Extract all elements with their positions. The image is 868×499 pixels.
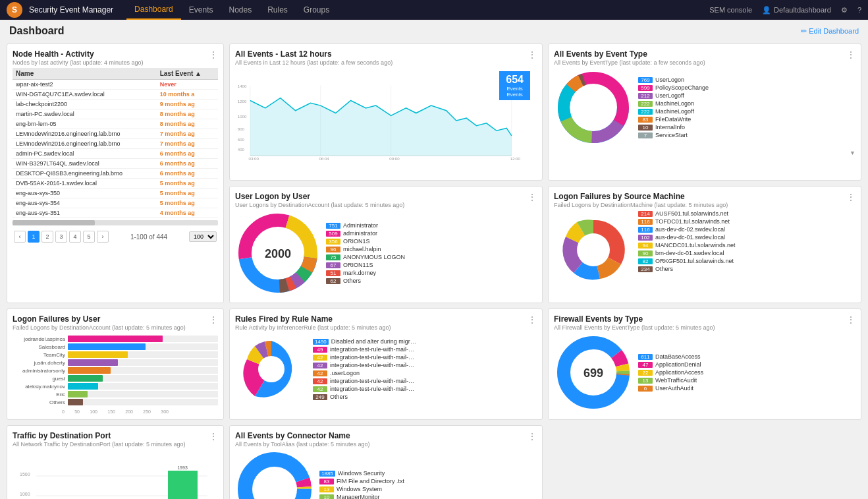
legend-item: 356 ORION1S: [326, 238, 537, 245]
legend-item: 102 aus-dev-dc-01.swdev.local: [638, 234, 855, 241]
page-header: Dashboard ✏ Edit Dashboard: [0, 20, 868, 40]
events-type-menu[interactable]: ⋮: [846, 49, 855, 60]
legend-label: Others: [330, 394, 348, 400]
logon-user-header: Logon Failures by User Failed Logons by …: [13, 314, 218, 331]
node-name: eng-brn-lem-05: [13, 119, 157, 129]
user-logon-title: User Logon by User: [235, 192, 404, 201]
page-4-btn[interactable]: 4: [69, 231, 81, 243]
legend-item: 10 InternalInfo: [638, 124, 855, 131]
legend-item: 1885 Windows Security: [319, 470, 537, 477]
edit-dashboard-btn[interactable]: ✏ Edit Dashboard: [801, 27, 859, 36]
nav-events[interactable]: Events: [181, 0, 221, 20]
legend-item: 13 Windows System: [319, 486, 537, 492]
legend-item: 1490 Disabled and alter during migrat...: [313, 338, 537, 345]
help-icon[interactable]: ?: [857, 6, 861, 14]
bar-track: [68, 336, 218, 342]
app-title: Security Event Manager: [29, 5, 113, 15]
user-logon-chart: 2000 751 Administrator 509 administrator…: [235, 210, 537, 297]
legend-item: 116 aus-dev-dc-02.swdev.local: [638, 226, 855, 233]
legend-count: 13: [638, 378, 653, 384]
legend-count: 75: [326, 254, 340, 260]
bar-fill: [68, 399, 83, 405]
node-name: WIN-DGT4QU7C1EA.swdev.local: [13, 90, 157, 100]
bar-track: [68, 343, 218, 350]
table-row: eng-aus-sys-350 5 months ag: [13, 189, 218, 198]
node-last-event: 10 months a: [157, 90, 218, 100]
logon-src-title: Logon Failures by Source Machine: [554, 192, 728, 201]
widget-header: Node Health - Activity Nodes by last act…: [13, 49, 218, 66]
page-2-btn[interactable]: 2: [41, 231, 53, 243]
sem-console-btn[interactable]: SEM console: [709, 6, 752, 14]
legend-label: ServiceStart: [655, 132, 688, 138]
legend-item: 6 UserAuthAudit: [638, 385, 855, 392]
rules-fired-menu[interactable]: ⋮: [528, 314, 537, 325]
legend-count: 214: [638, 211, 653, 217]
rules-fired-title: Rules Fired by Rule Name: [235, 314, 391, 324]
legend-item: 94 MANCDC01.tul.solarwinds.net: [638, 242, 855, 249]
user-logon-donut: 2000: [235, 210, 321, 297]
traffic-menu[interactable]: ⋮: [209, 431, 218, 442]
widget-subtitle: Nodes by last activity (last update: 4 m…: [13, 59, 144, 66]
firewall-chart: 699 611 DataBaseAccess 47 ApplicationDen…: [554, 333, 855, 413]
col-last-event[interactable]: Last Event: [157, 68, 218, 80]
page-1-btn[interactable]: 1: [28, 231, 40, 243]
legend-item: 90 brn-dev-dc-01.swdev.local: [638, 250, 855, 256]
page-3-btn[interactable]: 3: [55, 231, 67, 243]
legend-label: michael.halpin: [343, 246, 381, 252]
bar-label: TeamCity: [13, 352, 65, 358]
legend-item: 83 FIM File and Directory .txt: [319, 478, 537, 484]
bar-label: administratorsonly: [13, 368, 65, 374]
bar-track: [68, 351, 218, 358]
legend-count: 7: [638, 132, 653, 138]
nav-dashboard[interactable]: Dashboard: [126, 0, 181, 20]
bar-label: Others: [13, 399, 65, 405]
user-logon-widget: User Logon by User User Logons by Destin…: [229, 186, 543, 303]
legend-count: 13: [319, 486, 334, 492]
legend-item: 96 michael.halpin: [326, 246, 537, 252]
col-name[interactable]: Name: [13, 68, 157, 80]
firewall-menu[interactable]: ⋮: [846, 314, 855, 325]
legend-count: 49: [313, 347, 327, 353]
nav-nodes[interactable]: Nodes: [221, 0, 259, 20]
legend-item: 49 integration-test-rule-with-mail-a...: [313, 346, 537, 353]
svg-text:12:00: 12:00: [510, 156, 521, 161]
legend-label: MachineLogon: [655, 100, 694, 107]
user-logon-header: User Logon by User User Logons by Destin…: [235, 192, 537, 208]
node-last-event: 7 months ag: [157, 139, 218, 149]
legend-item: 509 administrator: [326, 230, 537, 237]
table-row: eng-brn-lem-05 8 months ag: [13, 119, 218, 129]
node-name: eng-aus-sys-351: [13, 208, 157, 218]
nav-groups[interactable]: Groups: [296, 0, 337, 20]
horizontal-scrollbar[interactable]: [13, 220, 218, 225]
svg-text:1200: 1200: [238, 99, 247, 103]
all-events-menu[interactable]: ⋮: [528, 49, 537, 60]
nav-right: SEM console 👤 Defaultdashboard ⚙ ?: [709, 6, 861, 15]
settings-icon[interactable]: ⚙: [841, 6, 848, 15]
legend-item: 599 PolicyScopeChange: [638, 84, 855, 91]
user-logon-menu[interactable]: ⋮: [528, 192, 537, 202]
firewall-donut: 699: [554, 333, 633, 413]
nav-rules[interactable]: Rules: [259, 0, 296, 20]
default-dashboard-btn[interactable]: 👤 Defaultdashboard: [762, 6, 831, 15]
bar-fill: [68, 367, 111, 374]
widget-menu-icon[interactable]: ⋮: [209, 49, 218, 60]
legend-item: 62 Others: [326, 278, 537, 284]
legend-label: integration-test-rule-with-mail-a...: [330, 378, 416, 384]
legend-label: WebTrafficAudit: [655, 377, 697, 384]
legend-item: 249 Others: [313, 394, 537, 400]
logon-user-menu[interactable]: ⋮: [209, 314, 218, 325]
page-5-btn[interactable]: 5: [83, 231, 95, 243]
per-page-select[interactable]: 100 50 25: [189, 231, 217, 242]
svg-point-32: [258, 356, 285, 382]
svg-point-58: [245, 459, 304, 499]
legend-label: Windows Security: [338, 470, 385, 477]
bar-row: Eric: [13, 391, 218, 397]
legend-item: 7 ServiceStart: [638, 132, 855, 138]
legend-label: integration-test-rule-with-mail-a...: [330, 346, 416, 353]
next-page-btn[interactable]: ›: [97, 231, 109, 243]
connector-menu[interactable]: ⋮: [528, 431, 537, 442]
legend-item: 47 ApplicationDenial: [638, 361, 855, 368]
logon-src-menu[interactable]: ⋮: [846, 192, 855, 202]
bar-label: aleksiy.makrynov: [13, 384, 65, 390]
prev-page-btn[interactable]: ‹: [14, 231, 26, 243]
